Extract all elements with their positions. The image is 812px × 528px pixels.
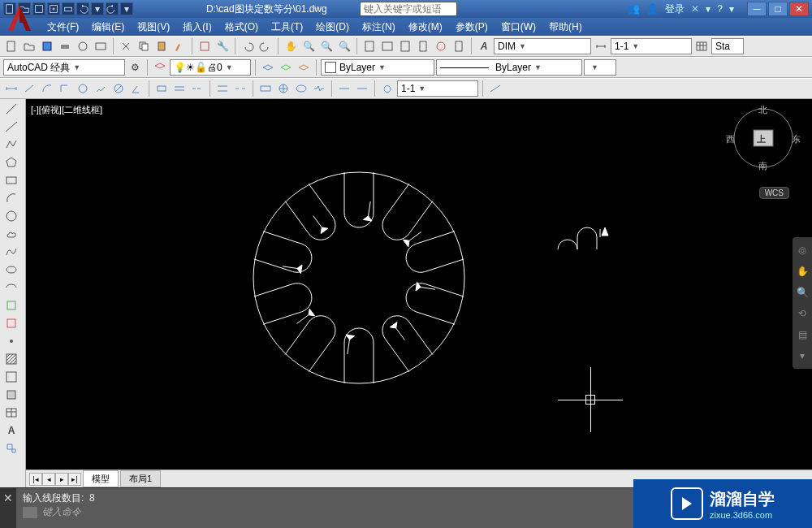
mtext-icon[interactable]: A (2, 422, 21, 439)
dim-space-icon[interactable] (214, 80, 231, 97)
app-menu-icon[interactable] (3, 2, 36, 34)
circle-icon[interactable] (2, 208, 21, 224)
help-dropdown-icon[interactable]: ▾ (729, 3, 734, 15)
dim-dia-icon[interactable] (110, 80, 127, 97)
menu-insert[interactable]: 插入(I) (176, 20, 218, 34)
wcs-label[interactable]: WCS (759, 187, 789, 199)
preview-icon[interactable] (75, 38, 91, 54)
sheet-icon[interactable] (415, 38, 431, 54)
print-icon[interactable] (57, 38, 73, 54)
layer-state-icon[interactable] (296, 59, 312, 76)
undo-icon[interactable] (240, 38, 256, 54)
line-icon[interactable] (2, 101, 21, 117)
dimstyle-combo[interactable]: DIM▼ (494, 38, 591, 54)
region-icon[interactable] (2, 387, 21, 403)
ellipse-icon[interactable] (2, 262, 21, 278)
menu-view[interactable]: 视图(V) (131, 20, 176, 34)
pan-icon[interactable]: ✋ (283, 38, 299, 54)
orbit-icon[interactable]: ⟲ (794, 305, 810, 322)
xline-icon[interactable] (2, 119, 21, 135)
gear-icon[interactable]: ⚙ (127, 59, 143, 76)
dim-linear-icon[interactable] (3, 80, 19, 97)
zoom-nav-icon[interactable]: 🔍 (794, 284, 810, 301)
workspace-combo[interactable]: AutoCAD 经典▼ (3, 59, 125, 76)
exchange-icon[interactable]: ✕ (691, 3, 699, 15)
minimize-button[interactable]: ─ (747, 2, 767, 16)
dim-break-icon[interactable] (232, 80, 248, 97)
viewcube[interactable]: 北 南 东 西 上 (731, 106, 796, 171)
jog-line-icon[interactable] (311, 80, 327, 97)
tab-model[interactable]: 模型 (83, 470, 119, 487)
tab-last-icon[interactable]: ▸| (68, 473, 81, 486)
menu-dim[interactable]: 标注(N) (356, 20, 402, 34)
spline-icon[interactable] (2, 244, 21, 260)
calc-icon[interactable] (451, 38, 467, 54)
dim-ord-icon[interactable] (57, 80, 73, 97)
help-icon[interactable]: ? (717, 3, 723, 15)
tool-palette-icon[interactable] (397, 38, 413, 54)
layer-prev-icon[interactable] (278, 59, 294, 76)
polygon-icon[interactable] (2, 154, 21, 171)
menu-help[interactable]: 帮助(H) (542, 20, 589, 34)
maximize-button[interactable]: □ (768, 2, 788, 16)
publish-icon[interactable] (93, 38, 109, 54)
layer-combo[interactable]: 💡 ☀ 🔓 🖨 0▼ (170, 59, 251, 76)
qat-undo-icon[interactable] (76, 2, 89, 15)
dimscale-combo[interactable]: 1-1▼ (397, 80, 478, 97)
layer-manager-icon[interactable] (152, 59, 168, 76)
color-combo[interactable]: ByLayer▼ (321, 59, 434, 76)
tolerance-icon[interactable] (257, 80, 274, 97)
pan-nav-icon[interactable]: ✋ (794, 263, 810, 279)
dim-base-icon[interactable] (171, 80, 188, 97)
table-icon[interactable] (693, 38, 710, 54)
dim-angle-icon[interactable] (128, 80, 145, 97)
login-link[interactable]: 登录 (665, 2, 685, 16)
cmd-input[interactable]: 键入命令 (42, 506, 81, 517)
redo-icon[interactable] (257, 38, 274, 54)
props-icon[interactable] (361, 38, 378, 54)
sta-combo[interactable]: Sta (711, 38, 744, 54)
qat-redo-icon[interactable] (106, 2, 119, 15)
tab-layout1[interactable]: 布局1 (120, 470, 161, 487)
markup-icon[interactable] (433, 38, 449, 54)
menu-tools[interactable]: 工具(T) (265, 20, 309, 34)
dim-cont-icon[interactable] (189, 80, 205, 97)
update-icon[interactable] (379, 80, 395, 97)
textstyle-icon[interactable]: A (476, 38, 492, 54)
block-icon[interactable] (197, 38, 213, 54)
pline-icon[interactable] (2, 136, 21, 153)
insert-icon[interactable] (2, 297, 21, 314)
nav-dropdown-icon[interactable]: ▾ (794, 348, 810, 364)
dim-quick-icon[interactable] (153, 80, 170, 97)
gradient-icon[interactable] (2, 369, 21, 385)
scale-combo[interactable]: 1-1▼ (611, 38, 692, 54)
paste-icon[interactable] (153, 38, 170, 54)
menu-modify[interactable]: 修改(M) (402, 20, 449, 34)
tool-icon[interactable]: 🔧 (214, 38, 231, 54)
addselect-icon[interactable] (2, 440, 21, 457)
search-input[interactable] (360, 2, 457, 16)
showmotion-icon[interactable]: ▤ (794, 327, 810, 343)
user-icon[interactable]: 👤 (646, 3, 659, 15)
arc-icon[interactable] (2, 190, 21, 206)
tab-prev-icon[interactable]: ◂ (42, 473, 55, 486)
menu-edit[interactable]: 编辑(E) (85, 20, 131, 34)
menu-draw[interactable]: 绘图(D) (309, 20, 356, 34)
tab-first-icon[interactable]: |◂ (29, 473, 42, 486)
dim-jog-icon[interactable] (93, 80, 109, 97)
match-icon[interactable] (171, 38, 188, 54)
copy-icon[interactable] (136, 38, 152, 54)
close-button[interactable]: ✕ (789, 2, 809, 16)
lineweight-combo[interactable]: ▼ (584, 59, 616, 76)
point-icon[interactable] (2, 333, 21, 349)
wheel-icon[interactable]: ◎ (794, 242, 810, 258)
new-icon[interactable] (3, 38, 19, 54)
ellipse-arc-icon[interactable] (2, 279, 21, 296)
qat-print-icon[interactable] (62, 2, 75, 15)
layer-iso-icon[interactable] (260, 59, 276, 76)
dimtedit-icon[interactable] (354, 80, 370, 97)
zoom-win-icon[interactable]: 🔍 (336, 38, 352, 54)
qat-dropdown-icon[interactable]: ▾ (91, 2, 104, 15)
tab-next-icon[interactable]: ▸ (55, 473, 68, 486)
dim-arc-icon[interactable] (39, 80, 55, 97)
